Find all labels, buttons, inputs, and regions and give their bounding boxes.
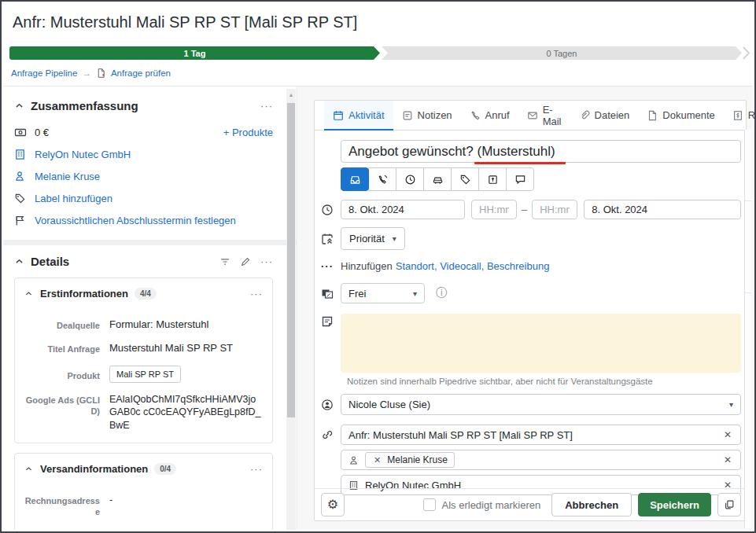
page-title: Anfr: Musterstuhl Mali SP RP ST [Mali SP… xyxy=(13,13,357,31)
start-time-input[interactable] xyxy=(471,200,517,219)
stage-doc-icon xyxy=(96,68,106,79)
scrollbar-mark xyxy=(745,292,751,293)
breadcrumb-arrow: → xyxy=(82,68,91,78)
type-call-button[interactable] xyxy=(368,167,396,191)
product-chip[interactable]: Mali SP RP ST xyxy=(109,366,181,383)
envelope-icon xyxy=(527,110,538,121)
activity-panel: Aktivität Notizen Anruf E-Mail Dateien xyxy=(314,100,747,521)
breadcrumb-pipeline-link[interactable]: Anfrage Pipeline xyxy=(11,68,77,78)
add-details-row: ··· Hinzufügen Standort, Videocall, Besc… xyxy=(321,259,741,272)
stage-label: 0 Tagen xyxy=(547,49,577,58)
sidebar-scrollbar[interactable]: ▲ xyxy=(286,89,296,530)
duplicate-button[interactable] xyxy=(717,493,741,516)
mark-done-checkbox[interactable] xyxy=(423,498,436,511)
availability-select[interactable]: Frei ▾ xyxy=(341,283,425,303)
collapse-chevron-icon[interactable] xyxy=(24,465,33,473)
main-content-area: Aktivität Notizen Anruf E-Mail Dateien xyxy=(298,86,753,530)
card-menu-button[interactable]: ··· xyxy=(250,463,263,475)
deal-value-row: 0 € + Produkte xyxy=(14,122,273,142)
filter-icon[interactable] xyxy=(219,256,230,267)
tab-anruf[interactable]: Anruf xyxy=(461,101,518,130)
save-button[interactable]: Speichern xyxy=(638,493,711,516)
organization-link[interactable]: RelyOn Nutec GmbH xyxy=(35,149,131,160)
type-task-button[interactable] xyxy=(341,167,369,191)
person-circle-icon xyxy=(321,399,341,411)
details-section-header: Details ··· xyxy=(14,255,273,268)
organization-icon xyxy=(14,149,27,160)
tab-label: Anruf xyxy=(485,109,510,121)
tab-dokumente[interactable]: Dokumente xyxy=(638,101,723,130)
scrollbar-up-arrow[interactable]: ▲ xyxy=(286,92,296,97)
priority-dropdown-button[interactable]: Priorität ▾ xyxy=(341,227,405,250)
add-prefix: Hinzufügen xyxy=(341,260,393,272)
details-menu-button[interactable]: ··· xyxy=(260,255,273,267)
caret-down-icon: ▾ xyxy=(413,289,417,298)
remove-person-icon[interactable]: ✕ xyxy=(722,454,733,465)
document-icon xyxy=(647,110,658,121)
calendar-icon xyxy=(333,110,344,121)
remove-deal-icon[interactable]: ✕ xyxy=(722,429,733,440)
field-value: EAlaIQobChMI7qSfkcHHiAMV3joGAB0c cC0cEAQ… xyxy=(109,393,263,432)
person-link[interactable]: Melanie Kruse xyxy=(35,171,100,182)
subject-row xyxy=(321,140,741,163)
window-scrollbar[interactable] xyxy=(744,130,751,528)
add-links[interactable]: Standort, Videocall, Beschreibung xyxy=(396,260,550,272)
tab-dateien[interactable]: Dateien xyxy=(570,101,639,130)
tab-label: Aktivität xyxy=(348,109,385,121)
activity-form: – Priorität ▾ ··· Hinzufügen Standort, V… xyxy=(315,140,746,495)
tab-notizen[interactable]: Notizen xyxy=(393,101,461,130)
pipeline-stage-active[interactable]: 1 Tag xyxy=(9,46,380,60)
subject-input[interactable] xyxy=(341,140,741,163)
tab-label: Dokumente xyxy=(662,109,714,121)
gear-icon: ⚙ xyxy=(327,498,338,511)
set-close-date-link[interactable]: Voraussichtlichen Abschlusstermin festle… xyxy=(35,215,236,226)
end-date-input[interactable] xyxy=(584,200,741,219)
linked-person-field[interactable]: ✕ Melanie Kruse ✕ xyxy=(341,450,741,470)
tab-label: E-Mail xyxy=(543,104,562,127)
details-title: Details xyxy=(31,255,69,268)
availability-icon xyxy=(321,287,341,300)
type-tag-button[interactable] xyxy=(451,167,479,191)
chip-remove-icon[interactable]: ✕ xyxy=(372,455,382,465)
end-time-input[interactable] xyxy=(532,200,577,219)
field-row: Titel Anfrage Musterstuhl Mali SP RP ST xyxy=(24,342,263,355)
field-label: Titel Anfrage xyxy=(24,342,100,355)
breadcrumb-stage-link[interactable]: Anfrage prüfen xyxy=(111,68,171,78)
pipeline-progress-bar: 1 Tag 0 Tagen xyxy=(9,46,750,60)
close-date-row: Voraussichtlichen Abschlusstermin festle… xyxy=(14,210,273,230)
tab-aktivitaet[interactable]: Aktivität xyxy=(324,101,393,130)
cancel-button[interactable]: Abbrechen xyxy=(551,493,632,516)
type-deadline-button[interactable] xyxy=(396,167,424,191)
owner-select[interactable]: Nicole Cluse (Sie) ▾ xyxy=(341,394,741,415)
note-row xyxy=(321,314,741,373)
tab-email[interactable]: E-Mail xyxy=(518,101,570,130)
collapse-chevron-icon[interactable] xyxy=(24,289,33,298)
type-meeting-button[interactable] xyxy=(423,167,452,191)
start-date-input[interactable] xyxy=(341,200,465,219)
card-menu-button[interactable]: ··· xyxy=(250,288,263,300)
tab-rechnung[interactable]: Rechnung xyxy=(724,101,756,130)
red-annotation-underline xyxy=(474,162,566,164)
pipeline-stage-next[interactable]: 0 Tagen xyxy=(382,46,742,60)
availability-value: Frei xyxy=(348,288,366,300)
linked-deal-field[interactable]: Anfr: Musterstuhl Mali SP RP ST [Mali SP… xyxy=(341,425,741,445)
add-label-link[interactable]: Label hinzufügen xyxy=(35,193,112,204)
type-chat-button[interactable] xyxy=(506,167,534,191)
add-products-link[interactable]: + Produkte xyxy=(223,127,273,138)
note-textarea[interactable] xyxy=(341,314,741,373)
priority-row: Priorität ▾ xyxy=(321,227,741,250)
edit-pencil-icon[interactable] xyxy=(240,256,251,267)
summary-menu-button[interactable]: ··· xyxy=(260,100,273,112)
collapse-chevron-icon[interactable] xyxy=(14,101,24,111)
caret-down-icon: ▾ xyxy=(729,400,733,409)
person-chip[interactable]: ✕ Melanie Kruse xyxy=(365,452,455,468)
person-icon xyxy=(14,171,27,182)
ellipsis-icon: ··· xyxy=(321,260,341,272)
type-package-button[interactable] xyxy=(478,167,507,191)
tab-label: Dateien xyxy=(595,109,630,121)
scrollbar-thumb[interactable] xyxy=(287,103,295,417)
collapse-chevron-icon[interactable] xyxy=(14,256,24,266)
priority-calendar-icon xyxy=(321,233,341,245)
note-helper-text: Notizen sind innerhalb Pipedrive sichtba… xyxy=(347,377,741,386)
settings-button[interactable]: ⚙ xyxy=(321,493,345,516)
